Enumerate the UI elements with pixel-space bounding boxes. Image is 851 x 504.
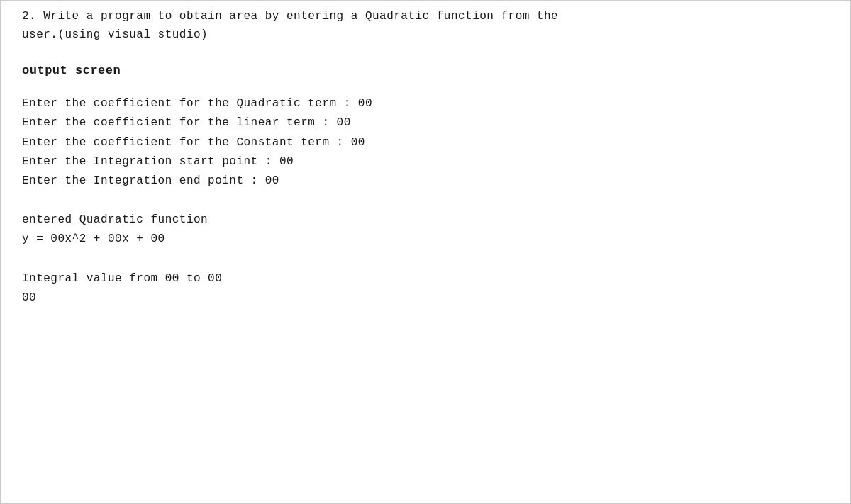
integral-result: 00 [22,289,829,308]
output-line-4: Enter the Integration start point : 00 [22,152,829,172]
question-block: 2. Write a program to obtain area by ent… [22,8,829,44]
output-line-2: Enter the coefficient for the linear ter… [22,113,829,133]
function-equation: y = 00x^2 + 00x + 00 [22,230,829,249]
output-line-5: Enter the Integration end point : 00 [22,172,829,191]
output-line-3: Enter the coefficient for the Constant t… [22,133,829,152]
page-container: 2. Write a program to obtain area by ent… [0,0,851,504]
output-heading: output screen [22,64,829,77]
integral-label: Integral value from 00 to 00 [22,269,829,289]
integral-section: Integral value from 00 to 00 00 [22,269,829,308]
function-label: entered Quadratic function [22,211,829,230]
question-line2: user.(using visual studio) [22,28,208,41]
output-line-1: Enter the coefficient for the Quadratic … [22,94,829,113]
question-line1: 2. Write a program to obtain area by ent… [22,10,558,23]
function-section: entered Quadratic function y = 00x^2 + 0… [22,211,829,249]
output-lines-block: Enter the coefficient for the Quadratic … [22,94,829,191]
